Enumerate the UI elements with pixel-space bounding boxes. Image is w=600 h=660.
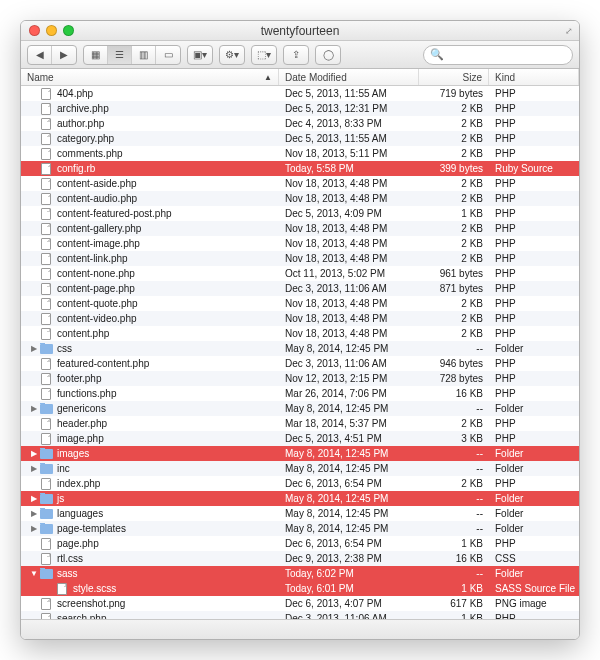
back-button[interactable]: ◀ xyxy=(28,46,52,64)
table-row[interactable]: content-link.phpNov 18, 2013, 4:48 PM2 K… xyxy=(21,251,579,266)
table-row[interactable]: category.phpDec 5, 2013, 11:55 AM2 KBPHP xyxy=(21,131,579,146)
file-icon xyxy=(39,598,53,610)
table-row[interactable]: ▶jsMay 8, 2014, 12:45 PM--Folder xyxy=(21,491,579,506)
file-kind: PHP xyxy=(489,238,579,249)
search-input[interactable] xyxy=(448,49,580,61)
disclosure-icon[interactable]: ▶ xyxy=(29,344,39,353)
forward-button[interactable]: ▶ xyxy=(52,46,76,64)
fullscreen-icon[interactable]: ⤢ xyxy=(565,26,573,36)
file-name: js xyxy=(57,493,64,504)
column-header-kind[interactable]: Kind xyxy=(489,69,579,85)
table-row[interactable]: ▶imagesMay 8, 2014, 12:45 PM--Folder xyxy=(21,446,579,461)
table-row[interactable]: image.phpDec 5, 2013, 4:51 PM3 KBPHP xyxy=(21,431,579,446)
file-kind: PHP xyxy=(489,418,579,429)
table-row[interactable]: ▶page-templatesMay 8, 2014, 12:45 PM--Fo… xyxy=(21,521,579,536)
file-date: May 8, 2014, 12:45 PM xyxy=(279,508,419,519)
table-row[interactable]: page.phpDec 6, 2013, 6:54 PM1 KBPHP xyxy=(21,536,579,551)
table-row[interactable]: content-image.phpNov 18, 2013, 4:48 PM2 … xyxy=(21,236,579,251)
table-row[interactable]: ▶cssMay 8, 2014, 12:45 PM--Folder xyxy=(21,341,579,356)
file-icon xyxy=(39,328,53,340)
column-header-name[interactable]: Name▲ xyxy=(21,69,279,85)
disclosure-icon[interactable]: ▶ xyxy=(29,464,39,473)
table-row[interactable]: content-none.phpOct 11, 2013, 5:02 PM961… xyxy=(21,266,579,281)
nav-buttons: ◀ ▶ xyxy=(27,45,77,65)
file-kind: PHP xyxy=(489,223,579,234)
table-row[interactable]: ▶languagesMay 8, 2014, 12:45 PM--Folder xyxy=(21,506,579,521)
column-header-size[interactable]: Size xyxy=(419,69,489,85)
file-name: config.rb xyxy=(57,163,95,174)
table-row[interactable]: screenshot.pngDec 6, 2013, 4:07 PM617 KB… xyxy=(21,596,579,611)
file-name: css xyxy=(57,343,72,354)
file-kind: Folder xyxy=(489,568,579,579)
file-name: content-featured-post.php xyxy=(57,208,172,219)
file-date: May 8, 2014, 12:45 PM xyxy=(279,448,419,459)
table-row[interactable]: ▶genericonsMay 8, 2014, 12:45 PM--Folder xyxy=(21,401,579,416)
action-button[interactable]: ⚙▾ xyxy=(219,45,245,65)
table-row[interactable]: content-audio.phpNov 18, 2013, 4:48 PM2 … xyxy=(21,191,579,206)
column-header-date[interactable]: Date Modified xyxy=(279,69,419,85)
table-row[interactable]: content.phpNov 18, 2013, 4:48 PM2 KBPHP xyxy=(21,326,579,341)
disclosure-icon[interactable]: ▶ xyxy=(29,449,39,458)
disclosure-icon[interactable]: ▶ xyxy=(29,494,39,503)
table-row[interactable]: ▶incMay 8, 2014, 12:45 PM--Folder xyxy=(21,461,579,476)
table-row[interactable]: featured-content.phpDec 3, 2013, 11:06 A… xyxy=(21,356,579,371)
file-date: Dec 5, 2013, 11:55 AM xyxy=(279,88,419,99)
table-row[interactable]: author.phpDec 4, 2013, 8:33 PM2 KBPHP xyxy=(21,116,579,131)
table-row[interactable]: comments.phpNov 18, 2013, 5:11 PM2 KBPHP xyxy=(21,146,579,161)
table-row[interactable]: ▼sassToday, 6:02 PM--Folder xyxy=(21,566,579,581)
traffic-lights xyxy=(29,25,74,36)
file-icon xyxy=(39,238,53,250)
file-icon xyxy=(39,388,53,400)
table-row[interactable]: index.phpDec 6, 2013, 6:54 PM2 KBPHP xyxy=(21,476,579,491)
file-date: Nov 18, 2013, 4:48 PM xyxy=(279,298,419,309)
view-icon-button[interactable]: ▦ xyxy=(84,46,108,64)
disclosure-icon[interactable]: ▶ xyxy=(29,404,39,413)
disclosure-icon[interactable]: ▶ xyxy=(29,509,39,518)
file-kind: Folder xyxy=(489,448,579,459)
table-row[interactable]: footer.phpNov 12, 2013, 2:15 PM728 bytes… xyxy=(21,371,579,386)
file-date: Nov 18, 2013, 4:48 PM xyxy=(279,238,419,249)
file-icon xyxy=(39,178,53,190)
view-list-button[interactable]: ☰ xyxy=(108,46,132,64)
column-header-row: Name▲ Date Modified Size Kind xyxy=(21,69,579,86)
table-row[interactable]: search.phpDec 3, 2013, 11:06 AM1 KBPHP xyxy=(21,611,579,619)
disclosure-icon[interactable]: ▶ xyxy=(29,524,39,533)
table-row[interactable]: content-gallery.phpNov 18, 2013, 4:48 PM… xyxy=(21,221,579,236)
table-row[interactable]: content-featured-post.phpDec 5, 2013, 4:… xyxy=(21,206,579,221)
file-list[interactable]: 404.phpDec 5, 2013, 11:55 AM719 bytesPHP… xyxy=(21,86,579,619)
file-icon xyxy=(39,478,53,490)
table-row[interactable]: content-aside.phpNov 18, 2013, 4:48 PM2 … xyxy=(21,176,579,191)
dropbox-button[interactable]: ⬚▾ xyxy=(251,45,277,65)
close-icon[interactable] xyxy=(29,25,40,36)
file-kind: Folder xyxy=(489,523,579,534)
table-row[interactable]: style.scssToday, 6:01 PM1 KBSASS Source … xyxy=(21,581,579,596)
zoom-icon[interactable] xyxy=(63,25,74,36)
view-column-button[interactable]: ▥ xyxy=(132,46,156,64)
share-button[interactable]: ⇪ xyxy=(283,45,309,65)
table-row[interactable]: rtl.cssDec 9, 2013, 2:38 PM16 KBCSS xyxy=(21,551,579,566)
file-kind: Folder xyxy=(489,463,579,474)
table-row[interactable]: content-quote.phpNov 18, 2013, 4:48 PM2 … xyxy=(21,296,579,311)
table-row[interactable]: header.phpMar 18, 2014, 5:37 PM2 KBPHP xyxy=(21,416,579,431)
table-row[interactable]: functions.phpMar 26, 2014, 7:06 PM16 KBP… xyxy=(21,386,579,401)
file-date: Nov 12, 2013, 2:15 PM xyxy=(279,373,419,384)
table-row[interactable]: content-video.phpNov 18, 2013, 4:48 PM2 … xyxy=(21,311,579,326)
file-name: index.php xyxy=(57,478,100,489)
disclosure-icon[interactable]: ▼ xyxy=(29,569,39,578)
file-size: 2 KB xyxy=(419,253,489,264)
table-row[interactable]: archive.phpDec 5, 2013, 12:31 PM2 KBPHP xyxy=(21,101,579,116)
file-name: content-quote.php xyxy=(57,298,138,309)
file-size: 2 KB xyxy=(419,118,489,129)
search-field[interactable]: 🔍 xyxy=(423,45,573,65)
tags-button[interactable]: ◯ xyxy=(315,45,341,65)
table-row[interactable]: 404.phpDec 5, 2013, 11:55 AM719 bytesPHP xyxy=(21,86,579,101)
finder-window: twentyfourteen ⤢ ◀ ▶ ▦ ☰ ▥ ▭ ▣▾ ⚙▾ ⬚▾ ⇪ … xyxy=(20,20,580,640)
view-coverflow-button[interactable]: ▭ xyxy=(156,46,180,64)
minimize-icon[interactable] xyxy=(46,25,57,36)
file-name: category.php xyxy=(57,133,114,144)
arrange-button[interactable]: ▣▾ xyxy=(187,45,213,65)
file-icon xyxy=(55,583,69,595)
folder-icon xyxy=(39,523,53,535)
table-row[interactable]: content-page.phpDec 3, 2013, 11:06 AM871… xyxy=(21,281,579,296)
table-row[interactable]: config.rbToday, 5:58 PM399 bytesRuby Sou… xyxy=(21,161,579,176)
